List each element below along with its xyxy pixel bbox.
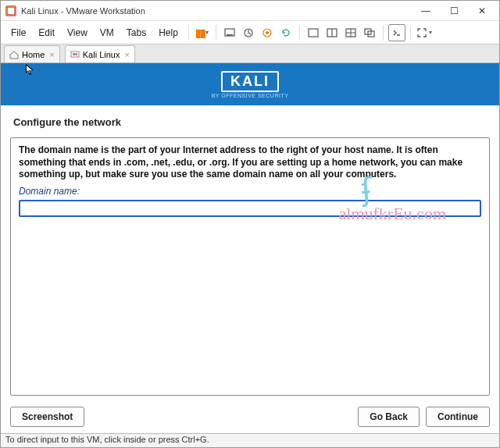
revert-icon[interactable] (277, 24, 295, 41)
fullscreen-icon[interactable]: ▾ (416, 24, 433, 41)
menu-vm[interactable]: VM (95, 27, 120, 38)
layout-single-icon[interactable] (305, 24, 322, 41)
console-view-icon[interactable] (388, 24, 405, 41)
menu-file[interactable]: File (5, 27, 31, 38)
layout-grid-icon[interactable] (342, 24, 359, 41)
home-icon (9, 50, 19, 59)
go-back-button[interactable]: Go Back (358, 407, 420, 427)
menu-view[interactable]: View (62, 27, 93, 38)
description-text: The domain name is the part of your Inte… (19, 144, 481, 181)
titlebar: Kali Linux - VMware Workstation — ☐ ✕ (1, 1, 499, 21)
separator (383, 25, 384, 41)
tab-close-icon[interactable]: × (124, 50, 129, 59)
tabbar: Home × Kali Linux × (1, 44, 499, 63)
menu-help[interactable]: Help (153, 27, 184, 38)
kali-logo: KALI (221, 71, 279, 92)
separator (410, 25, 411, 41)
svg-rect-6 (309, 29, 318, 37)
statusbar: To direct input to this VM, click inside… (1, 433, 499, 447)
svg-rect-15 (73, 53, 77, 55)
button-row: Screenshot Go Back Continue (1, 402, 499, 433)
snapshot-manager-icon[interactable] (259, 24, 276, 41)
separator (188, 25, 189, 41)
kali-banner: KALI BY OFFENSIVE SECURITY (1, 63, 499, 105)
domain-name-label: Domain name: (19, 186, 481, 197)
screenshot-button[interactable]: Screenshot (10, 407, 84, 427)
separator (299, 25, 300, 41)
layout-split-icon[interactable] (323, 24, 341, 41)
svg-rect-2 (227, 34, 233, 36)
status-hint: To direct input to this VM, click inside… (5, 435, 209, 444)
unity-icon[interactable] (361, 24, 378, 41)
app-window: Kali Linux - VMware Workstation — ☐ ✕ Fi… (0, 0, 500, 448)
vm-icon (70, 50, 80, 59)
domain-name-input[interactable] (19, 200, 481, 217)
pause-button[interactable]: ▮▮▾ (194, 24, 211, 41)
kali-subtitle: BY OFFENSIVE SECURITY (212, 93, 289, 98)
tab-close-icon[interactable]: × (49, 50, 54, 59)
app-icon (5, 5, 16, 16)
form-box: The domain name is the part of your Inte… (10, 137, 490, 396)
svg-point-5 (266, 31, 269, 34)
minimize-button[interactable]: — (412, 1, 440, 21)
send-ctrl-alt-del-icon[interactable] (221, 24, 238, 41)
svg-rect-0 (7, 7, 15, 15)
menubar: File Edit View VM Tabs Help ▮▮▾ ▾ (1, 21, 499, 44)
snapshot-icon[interactable] (240, 24, 257, 41)
maximize-button[interactable]: ☐ (440, 1, 468, 21)
close-button[interactable]: ✕ (468, 1, 496, 21)
tab-home-label: Home (22, 50, 45, 59)
continue-button[interactable]: Continue (426, 407, 490, 427)
separator (216, 25, 216, 41)
menu-tabs[interactable]: Tabs (121, 27, 152, 38)
tab-kali-label: Kali Linux (83, 50, 120, 59)
tab-home[interactable]: Home × (4, 45, 60, 62)
menu-edit[interactable]: Edit (33, 27, 60, 38)
installer-content[interactable]: Configure the network The domain name is… (1, 105, 499, 402)
section-title: Configure the network (13, 116, 490, 128)
window-title: Kali Linux - VMware Workstation (21, 6, 412, 16)
tab-kali[interactable]: Kali Linux × (65, 45, 135, 62)
